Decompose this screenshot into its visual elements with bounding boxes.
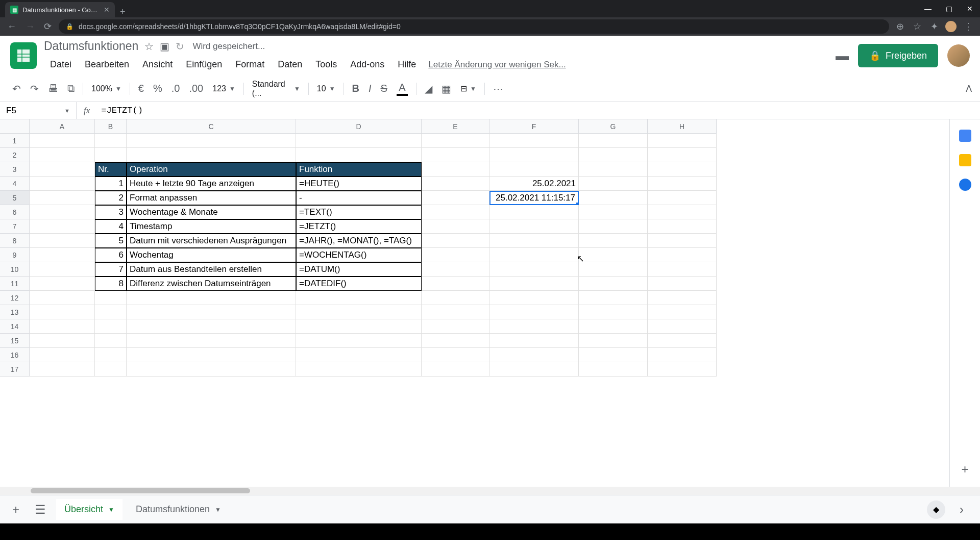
cell-H14[interactable] <box>648 319 717 334</box>
add-sheet-button[interactable]: + <box>7 499 24 520</box>
cell-B9[interactable]: 6 <box>95 248 127 262</box>
cell-C1[interactable] <box>127 134 296 148</box>
cell-H10[interactable] <box>648 262 717 277</box>
sheet-tab-datumsfunktionen[interactable]: Datumsfunktionen ▼ <box>128 499 229 520</box>
cell-F17[interactable] <box>489 362 579 377</box>
cell-C13[interactable] <box>127 305 296 319</box>
cell-B11[interactable]: 8 <box>95 277 127 291</box>
col-header-F[interactable]: F <box>489 119 579 134</box>
cell-C6[interactable]: Wochentage & Monate <box>127 205 296 219</box>
cell-A15[interactable] <box>30 334 95 348</box>
cell-H1[interactable] <box>648 134 717 148</box>
browser-tab[interactable]: ▦ Datumsfunktionen - Google Tab... ✕ <box>5 2 115 17</box>
cell-B10[interactable]: 7 <box>95 262 127 277</box>
font-dropdown[interactable]: Standard (...▼ <box>248 78 304 100</box>
cell-H7[interactable] <box>648 219 717 234</box>
menu-help[interactable]: Hilfe <box>391 57 422 72</box>
account-avatar[interactable] <box>947 44 970 67</box>
cell-E7[interactable] <box>422 219 489 234</box>
col-header-D[interactable]: D <box>296 119 422 134</box>
row-header-14[interactable]: 14 <box>0 319 30 334</box>
comments-icon[interactable]: ▬ <box>836 48 849 64</box>
cell-G15[interactable] <box>579 334 648 348</box>
name-box[interactable]: F5 ▼ <box>0 102 77 119</box>
cell-G4[interactable] <box>579 177 648 191</box>
row-header-10[interactable]: 10 <box>0 262 30 277</box>
cell-A10[interactable] <box>30 262 95 277</box>
cell-F2[interactable] <box>489 148 579 162</box>
font-size-dropdown[interactable]: 10▼ <box>313 82 339 95</box>
reload-icon[interactable]: ⟳ <box>42 21 54 32</box>
zoom-dropdown[interactable]: 100%▼ <box>87 82 126 95</box>
cell-B16[interactable] <box>95 348 127 362</box>
cell-H6[interactable] <box>648 205 717 219</box>
cell-E11[interactable] <box>422 277 489 291</box>
cell-F10[interactable] <box>489 262 579 277</box>
cell-E17[interactable] <box>422 362 489 377</box>
cell-F12[interactable] <box>489 291 579 305</box>
cell-D12[interactable] <box>296 291 422 305</box>
cell-D6[interactable]: =TEXT() <box>296 205 422 219</box>
star-icon[interactable]: ☆ <box>144 40 154 53</box>
menu-tools[interactable]: Tools <box>309 57 343 72</box>
cell-E1[interactable] <box>422 134 489 148</box>
redo-icon[interactable]: ↷ <box>26 80 43 98</box>
print-icon[interactable]: 🖶 <box>44 80 62 97</box>
cell-G16[interactable] <box>579 348 648 362</box>
cell-C12[interactable] <box>127 291 296 305</box>
cell-F3[interactable] <box>489 162 579 177</box>
cell-C8[interactable]: Datum mit verschiedenen Ausprägungen <box>127 234 296 248</box>
cell-G8[interactable] <box>579 234 648 248</box>
cell-H4[interactable] <box>648 177 717 191</box>
address-bar[interactable]: 🔒 docs.google.com/spreadsheets/d/1hbgKTL… <box>59 19 889 34</box>
minimize-icon[interactable]: — <box>917 5 939 13</box>
cell-A16[interactable] <box>30 348 95 362</box>
row-header-11[interactable]: 11 <box>0 277 30 291</box>
sheet-tab-uebersicht[interactable]: Übersicht ▼ <box>56 499 122 520</box>
col-header-H[interactable]: H <box>648 119 717 134</box>
cell-D3[interactable]: Funktion <box>296 162 422 177</box>
cell-C14[interactable] <box>127 319 296 334</box>
cell-F15[interactable] <box>489 334 579 348</box>
cell-A2[interactable] <box>30 148 95 162</box>
menu-data[interactable]: Daten <box>272 57 308 72</box>
merge-cells-dropdown[interactable]: ⊟▼ <box>456 82 480 95</box>
cell-E14[interactable] <box>422 319 489 334</box>
calendar-icon[interactable] <box>959 130 971 142</box>
cell-E3[interactable] <box>422 162 489 177</box>
cell-A3[interactable] <box>30 162 95 177</box>
cell-E5[interactable] <box>422 191 489 205</box>
col-header-E[interactable]: E <box>422 119 489 134</box>
cell-G12[interactable] <box>579 291 648 305</box>
cell-B14[interactable] <box>95 319 127 334</box>
sheets-logo[interactable] <box>10 42 37 69</box>
cell-D11[interactable]: =DATEDIF() <box>296 277 422 291</box>
formula-input[interactable]: =JETZT() <box>97 106 980 115</box>
cell-E12[interactable] <box>422 291 489 305</box>
cell-C7[interactable]: Timestamp <box>127 219 296 234</box>
forward-icon[interactable]: → <box>23 21 37 32</box>
cell-D14[interactable] <box>296 319 422 334</box>
cell-G3[interactable] <box>579 162 648 177</box>
cell-H13[interactable] <box>648 305 717 319</box>
cell-E4[interactable] <box>422 177 489 191</box>
chevron-down-icon[interactable]: ▼ <box>108 506 114 513</box>
row-header-7[interactable]: 7 <box>0 219 30 234</box>
cell-B6[interactable]: 3 <box>95 205 127 219</box>
cell-E10[interactable] <box>422 262 489 277</box>
row-header-6[interactable]: 6 <box>0 205 30 219</box>
browser-menu-icon[interactable]: ⋮ <box>962 21 975 32</box>
menu-addons[interactable]: Add-ons <box>344 57 390 72</box>
cell-A4[interactable] <box>30 177 95 191</box>
col-header-B[interactable]: B <box>95 119 127 134</box>
cell-E8[interactable] <box>422 234 489 248</box>
bold-icon[interactable]: B <box>348 80 363 97</box>
cell-A11[interactable] <box>30 277 95 291</box>
cell-H11[interactable] <box>648 277 717 291</box>
cell-F14[interactable] <box>489 319 579 334</box>
cell-H17[interactable] <box>648 362 717 377</box>
close-window-icon[interactable]: ✕ <box>960 5 980 13</box>
cell-C17[interactable] <box>127 362 296 377</box>
row-header-4[interactable]: 4 <box>0 177 30 191</box>
maximize-icon[interactable]: ▢ <box>939 5 960 13</box>
